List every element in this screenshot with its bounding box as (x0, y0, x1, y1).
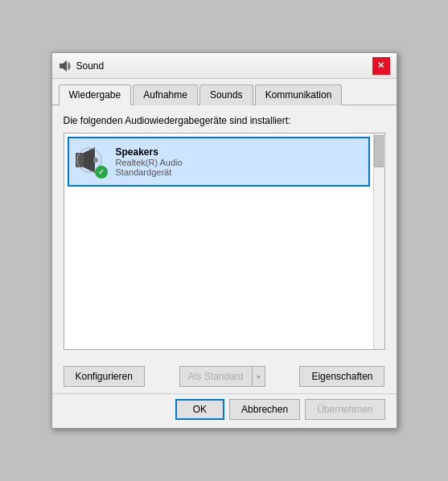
tab-wiedergabe[interactable]: Wiedergabe (59, 84, 132, 105)
konfigurieren-button[interactable]: Konfigurieren (64, 366, 145, 387)
als-standard-dropdown[interactable]: ▾ (252, 366, 265, 387)
svg-marker-1 (63, 60, 67, 72)
sound-icon (59, 60, 72, 72)
dialog-title: Sound (76, 60, 105, 72)
sound-dialog: Sound ✕ Wiedergabe Aufnahme Sounds Kommu… (51, 52, 397, 429)
abbrechen-button[interactable]: Abbrechen (229, 399, 300, 420)
als-standard-button[interactable]: Als Standard (179, 366, 252, 387)
device-status: Standardgerät (116, 167, 364, 177)
dialog-buttons-row: OK Abbrechen Übernehmen (52, 393, 397, 428)
tab-sounds[interactable]: Sounds (199, 84, 253, 105)
svg-point-4 (93, 158, 98, 162)
action-buttons-row: Konfigurieren Als Standard ▾ Eigenschaft… (52, 360, 397, 393)
device-icon-wrapper: ✓ (74, 145, 108, 179)
svg-marker-3 (84, 147, 95, 173)
tab-kommunikation[interactable]: Kommunikation (255, 84, 343, 105)
ok-button[interactable]: OK (175, 399, 224, 420)
device-driver: Realtek(R) Audio (116, 158, 364, 167)
device-list: ✓ Speakers Realtek(R) Audio Standardgerä… (64, 134, 373, 349)
content-description: Die folgenden Audiowiedergabegeräte sind… (64, 115, 385, 126)
device-name: Speakers (116, 146, 364, 158)
als-standard-split: Als Standard ▾ (179, 366, 265, 387)
tab-bar: Wiedergabe Aufnahme Sounds Kommunikation (52, 79, 397, 105)
uebernehmen-button[interactable]: Übernehmen (305, 399, 384, 420)
title-bar-left: Sound (59, 60, 105, 72)
eigenschaften-button[interactable]: Eigenschaften (299, 366, 384, 387)
content-area: Die folgenden Audiowiedergabegeräte sind… (52, 105, 397, 360)
svg-rect-0 (60, 64, 63, 68)
device-info: Speakers Realtek(R) Audio Standardgerät (116, 146, 364, 177)
device-item-speakers[interactable]: ✓ Speakers Realtek(R) Audio Standardgerä… (68, 137, 370, 187)
scrollbar[interactable] (373, 134, 384, 349)
close-button[interactable]: ✕ (372, 57, 390, 75)
check-icon: ✓ (95, 166, 108, 179)
title-bar: Sound ✕ (52, 53, 397, 79)
scrollbar-thumb (374, 135, 384, 167)
tab-aufnahme[interactable]: Aufnahme (133, 84, 198, 105)
